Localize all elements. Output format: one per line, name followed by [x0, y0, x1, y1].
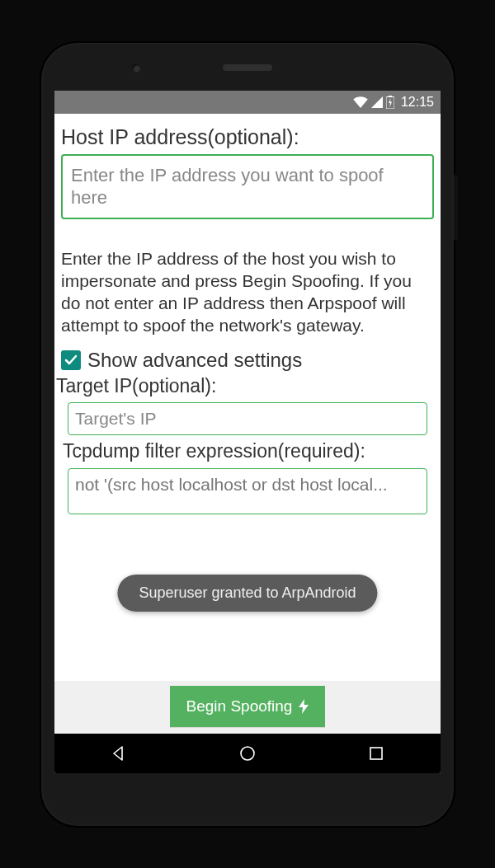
app-content: Host IP address(optional): Enter the IP …	[54, 114, 441, 681]
description-text: Enter the IP address of the host you wis…	[61, 247, 434, 337]
status-clock: 12:15	[401, 95, 434, 110]
svg-point-2	[241, 747, 254, 760]
host-ip-label: Host IP address(optional):	[61, 125, 434, 149]
nav-back-icon[interactable]	[107, 742, 130, 765]
tcpdump-label: Tcpdump filter expression(required):	[63, 440, 434, 463]
begin-spoofing-label: Begin Spoofing	[186, 697, 293, 716]
advanced-settings-label: Show advanced settings	[87, 349, 302, 372]
tcpdump-input[interactable]: not '(src host localhost or dst host loc…	[68, 468, 427, 514]
bolt-icon	[299, 699, 309, 714]
wifi-icon	[353, 96, 368, 108]
cell-signal-icon	[371, 96, 383, 108]
svg-rect-3	[370, 748, 382, 759]
svg-rect-1	[389, 96, 392, 97]
nav-home-icon[interactable]	[236, 742, 259, 765]
android-status-bar: 12:15	[54, 91, 441, 114]
target-ip-label: Target IP(optional):	[56, 375, 434, 397]
advanced-settings-row[interactable]: Show advanced settings	[61, 349, 434, 372]
begin-spoofing-button[interactable]: Begin Spoofing	[170, 686, 326, 727]
toast-message: Superuser granted to ArpAndroid	[117, 575, 377, 612]
android-nav-bar	[54, 734, 441, 773]
target-ip-input[interactable]: Target's IP	[68, 402, 427, 435]
nav-recent-icon[interactable]	[365, 742, 388, 765]
battery-charging-icon	[386, 96, 394, 109]
advanced-settings-checkbox[interactable]	[61, 350, 81, 370]
bottom-action-bar: Begin Spoofing	[54, 681, 441, 734]
host-ip-input[interactable]: Enter the IP address you want to spoof h…	[61, 154, 434, 219]
